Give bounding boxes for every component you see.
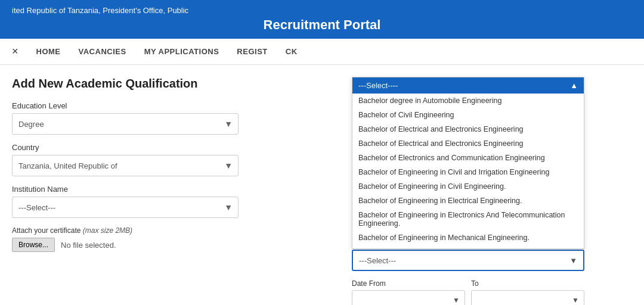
chevron-down-icon: ▼ [453, 296, 460, 304]
date-row: Date From ▼ To ▼ [352, 279, 584, 305]
nav-home[interactable]: HOME [36, 47, 61, 56]
nav-vacancies[interactable]: VACANCIES [79, 47, 126, 56]
list-item[interactable]: Bachelor of Engineering in Electronics A… [352, 208, 584, 231]
country-label: Country [12, 143, 346, 152]
list-item[interactable]: Bachelor of Mechanical Engineering [352, 245, 584, 248]
attach-note: (max size 2MB) [83, 226, 132, 235]
main-content: Add New Academic Qualification Education… [0, 65, 644, 260]
list-item[interactable]: Bachelor of Electrical and Electronics E… [352, 122, 584, 136]
list-item[interactable]: Bachelor of Electrical and Electronics E… [352, 136, 584, 151]
attach-label: Attach your certificate (max size 2MB) [12, 226, 346, 235]
dropdown-default-option: ---Select---- [358, 81, 398, 90]
header: ited Republic of Tanzania, President's O… [0, 0, 644, 39]
second-select-box[interactable]: ---Select--- ▼ [352, 250, 584, 271]
institution-select-wrapper: ---Select--- ▼ [12, 197, 239, 218]
institution-group: Institution Name ---Select--- ▼ [12, 185, 346, 218]
list-item[interactable]: Bachelor of Electronics and Communicatio… [352, 151, 584, 165]
second-select-placeholder: ---Select--- [359, 256, 396, 265]
institution-select[interactable]: ---Select--- [12, 197, 239, 218]
file-input-row: Browse... No file selected. [12, 238, 346, 252]
country-select[interactable]: Tanzania, United Republic of [12, 155, 239, 176]
list-item[interactable]: Bachelor degree in Automobile Engineerin… [352, 94, 584, 108]
date-to-label: To [471, 279, 584, 288]
date-from-input-row: ▼ [352, 290, 465, 305]
right-panel: ---Select---- ▲ Bachelor degree in Autom… [352, 77, 632, 260]
browse-button[interactable]: Browse... [12, 238, 55, 252]
country-select-wrapper: Tanzania, United Republic of ▼ [12, 155, 239, 176]
form-title: Add New Academic Qualification [12, 77, 346, 91]
nav-items: HOME VACANCIES MY APPLICATIONS REGIST CK [36, 47, 298, 56]
country-group: Country Tanzania, United Republic of ▼ [12, 143, 346, 176]
list-item[interactable]: Bachelor of Engineering in Civil Enginee… [352, 179, 584, 194]
form-section: Add New Academic Qualification Education… [12, 77, 346, 260]
navbar: × HOME VACANCIES MY APPLICATIONS REGIST … [0, 39, 644, 65]
dropdown-open: ---Select---- ▲ Bachelor degree in Autom… [352, 77, 584, 249]
list-item[interactable]: Bachelor of Engineering in Mechanical En… [352, 231, 584, 245]
nav-register[interactable]: REGIST [237, 47, 267, 56]
no-file-label: No file selected. [61, 241, 116, 250]
education-level-group: Education Level Degree ▼ [12, 101, 346, 135]
close-icon[interactable]: × [12, 45, 18, 58]
chevron-down-icon: ▼ [569, 256, 577, 265]
header-top-text: ited Republic of Tanzania, President's O… [12, 6, 632, 15]
dropdown-header: ---Select---- ▲ [352, 77, 584, 94]
date-from-label: Date From [352, 279, 465, 288]
date-to-group: To ▼ [471, 279, 584, 305]
dropdown-list: Bachelor degree in Automobile Engineerin… [352, 94, 584, 248]
education-level-select-wrapper: Degree ▼ [12, 113, 239, 135]
date-to-input-row: ▼ [471, 290, 584, 305]
list-item[interactable]: Bachelor of Engineering in Civil and Irr… [352, 165, 584, 179]
education-level-select[interactable]: Degree [12, 113, 239, 135]
header-title: Recruitment Portal [12, 17, 632, 33]
second-select-row: ---Select--- ▼ [352, 250, 584, 271]
list-item[interactable]: Bachelor of Engineering in Electrical En… [352, 194, 584, 208]
nav-my-applications[interactable]: MY APPLICATIONS [144, 47, 219, 56]
education-level-label: Education Level [12, 101, 346, 110]
attach-certificate-group: Attach your certificate (max size 2MB) B… [12, 226, 346, 252]
date-from-group: Date From ▼ [352, 279, 465, 305]
fields-below: Date From ▼ To ▼ GPA (eg. 4.5 Out O [352, 279, 584, 305]
chevron-up-icon: ▲ [570, 81, 578, 90]
list-item[interactable]: Bachelor of Civil Engineering [352, 108, 584, 122]
institution-label: Institution Name [12, 185, 346, 194]
nav-extra[interactable]: CK [286, 47, 298, 56]
chevron-down-icon: ▼ [572, 296, 579, 304]
